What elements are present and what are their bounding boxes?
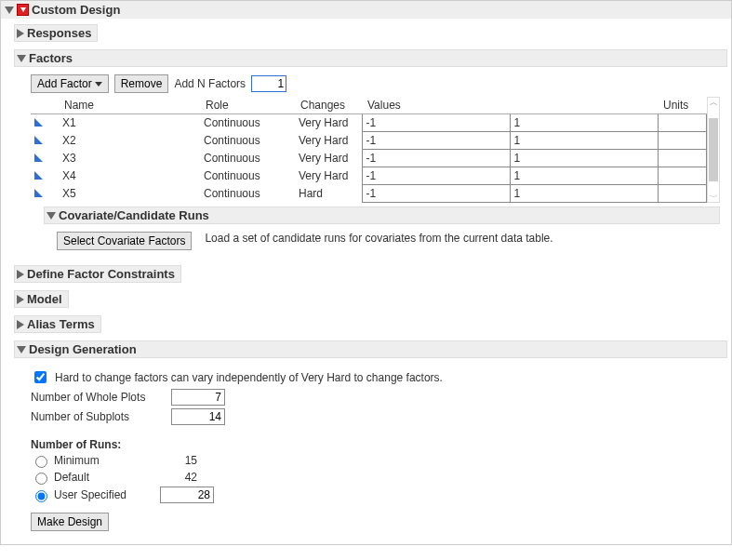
alias-header[interactable]: Alias Terms (14, 315, 101, 333)
expand-icon (17, 320, 24, 329)
make-design-button[interactable]: Make Design (31, 513, 109, 531)
default-radio[interactable] (35, 473, 47, 485)
minimum-value: 15 (160, 454, 197, 467)
col-units: Units (658, 97, 707, 114)
subplots-input[interactable] (171, 408, 225, 425)
col-values: Values (362, 97, 658, 114)
whole-plots-label: Number of Whole Plots (31, 391, 166, 404)
default-value: 42 (160, 471, 197, 484)
user-specified-label: User Specified (54, 488, 156, 501)
responses-header[interactable]: Responses (14, 24, 98, 42)
scroll-up-icon[interactable]: ︿ (708, 98, 719, 107)
factor-icon (34, 171, 43, 180)
expand-icon (17, 295, 24, 304)
factors-header[interactable]: Factors (14, 49, 727, 67)
covariate-help: Load a set of candidate runs for covaria… (205, 232, 552, 245)
menu-icon[interactable] (17, 4, 29, 16)
user-specified-input[interactable] (160, 487, 214, 503)
col-changes: Changes (295, 97, 362, 114)
constraints-header[interactable]: Define Factor Constraints (14, 265, 181, 283)
col-role: Role (200, 97, 295, 114)
factor-icon (34, 136, 43, 144)
add-n-input[interactable] (251, 75, 286, 92)
collapse-icon (47, 212, 56, 220)
runs-heading: Number of Runs: (31, 438, 720, 451)
add-n-label: Add N Factors (174, 77, 246, 90)
factor-icon (34, 153, 43, 162)
select-covariate-button[interactable]: Select Covariate Factors (57, 232, 192, 250)
design-gen-header[interactable]: Design Generation (14, 340, 727, 358)
table-row[interactable]: X5 Continuous Hard -1 1 (31, 185, 707, 203)
whole-plots-input[interactable] (171, 389, 225, 406)
table-row[interactable]: X1 Continuous Very Hard -1 1 (31, 114, 707, 132)
checkbox-label: Hard to change factors can vary independ… (55, 371, 443, 384)
scrollbar[interactable]: ︿ ﹀ (707, 97, 720, 203)
col-name: Name (59, 97, 200, 114)
title-header: Custom Design (1, 1, 731, 19)
minimum-label: Minimum (54, 454, 156, 467)
model-header[interactable]: Model (14, 290, 69, 308)
chevron-down-icon (95, 82, 102, 87)
factor-icon (34, 189, 43, 197)
expand-icon (17, 29, 24, 38)
minimum-radio[interactable] (35, 456, 47, 468)
collapse-icon (17, 55, 26, 62)
remove-button[interactable]: Remove (114, 74, 169, 93)
title-text: Custom Design (32, 3, 120, 17)
default-label: Default (54, 471, 156, 484)
add-factor-button[interactable]: Add Factor (31, 74, 109, 93)
scroll-thumb[interactable] (709, 118, 718, 181)
table-row[interactable]: X2 Continuous Very Hard -1 1 (31, 132, 707, 150)
subplots-label: Number of Subplots (31, 410, 166, 423)
factors-table: Name Role Changes Values Units X1 Contin… (31, 97, 707, 203)
expand-icon (17, 270, 24, 279)
table-row[interactable]: X3 Continuous Very Hard -1 1 (31, 150, 707, 167)
table-row[interactable]: X4 Continuous Very Hard -1 1 (31, 167, 707, 185)
user-specified-radio[interactable] (35, 490, 47, 502)
collapse-icon (17, 346, 26, 353)
collapse-icon[interactable] (5, 7, 14, 14)
covariate-header[interactable]: Covariate/Candidate Runs (44, 207, 720, 224)
factor-icon (34, 118, 43, 127)
scroll-down-icon[interactable]: ﹀ (708, 193, 719, 202)
independent-factors-checkbox[interactable] (34, 371, 47, 383)
